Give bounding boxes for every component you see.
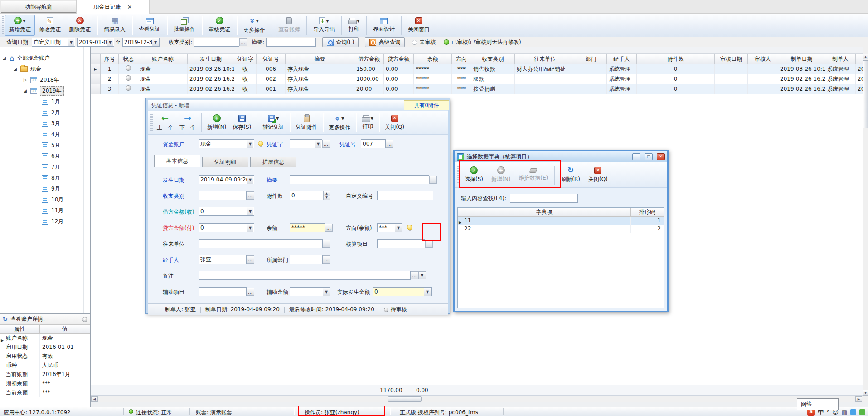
- chevron-down-icon[interactable]: ▼: [68, 38, 74, 46]
- view-voucher-button[interactable]: 查看凭证: [135, 15, 165, 36]
- chevron-down-icon[interactable]: ▼: [370, 116, 373, 121]
- actual-amount-input[interactable]: 0▼: [373, 287, 432, 296]
- column-header-debit[interactable]: 借方金额: [354, 54, 384, 64]
- remark-input[interactable]: [199, 271, 411, 280]
- add-voucher-button[interactable]: +▼ 新增凭证: [5, 15, 35, 36]
- tab-cash-journal[interactable]: 现金日记账 ✕: [76, 0, 150, 14]
- chevron-down-icon[interactable]: ▼: [152, 38, 159, 46]
- tab-function-navigation[interactable]: 功能导航窗: [1, 1, 76, 13]
- voucher-dialog-titlebar[interactable]: 凭证信息 - 新增 ✕: [148, 100, 448, 111]
- date-mode-select[interactable]: 自定义日期▼: [32, 38, 75, 47]
- accounting-item-input[interactable]: [377, 239, 425, 248]
- property-row[interactable]: 启用日期2016-01-01: [0, 343, 90, 352]
- table-row-3[interactable]: 3现金2019-02-26 16:20收001存入现金20.000.00****…: [91, 84, 863, 94]
- aux-amount-input[interactable]: ▼: [290, 287, 330, 296]
- column-header-seq[interactable]: 序号: [101, 54, 119, 64]
- new-button[interactable]: + 新增(N): [204, 112, 229, 134]
- expander-icon[interactable]: ◢: [13, 67, 18, 71]
- column-header-direction[interactable]: 方向: [452, 54, 471, 64]
- column-header-attachments[interactable]: 附件数: [637, 54, 715, 64]
- table-row-1[interactable]: ▶1现金2019-03-26 10:10收006存入现金150.000.00**…: [91, 64, 863, 74]
- search-button[interactable]: 查询(F): [322, 37, 359, 47]
- expander-icon[interactable]: ◢: [23, 88, 28, 93]
- chevron-down-icon[interactable]: ▼: [23, 19, 26, 23]
- date-input[interactable]: 2019-04-09 09:20▼: [199, 175, 254, 184]
- handler-lookup-button[interactable]: …: [247, 255, 254, 264]
- table-row-2[interactable]: 2现金2019-02-26 16:20收002存入现金1000.000.00**…: [91, 74, 863, 84]
- tree-item-month-6月[interactable]: 6月: [0, 151, 90, 162]
- counterparty-input[interactable]: [199, 239, 323, 248]
- tree-item-month-12月[interactable]: 12月: [0, 216, 90, 227]
- voucher-word-select[interactable]: ▼: [290, 139, 322, 148]
- batch-operation-button[interactable]: 批量操作: [170, 15, 199, 36]
- quick-entry-button[interactable]: 简易录入: [100, 15, 130, 36]
- tree-item-month-1月[interactable]: 1月: [0, 96, 90, 107]
- delete-voucher-button[interactable]: ✕ 删除凭证: [65, 15, 95, 36]
- keyboard-icon[interactable]: ▦: [842, 409, 847, 416]
- chevron-down-icon[interactable]: ▼: [315, 140, 321, 148]
- chevron-down-icon[interactable]: ▼: [247, 224, 253, 232]
- chevron-down-icon[interactable]: ▼: [424, 288, 431, 296]
- scroll-up-icon[interactable]: ▲: [863, 54, 868, 59]
- minimize-icon[interactable]: —: [632, 153, 640, 160]
- print-button[interactable]: ▼ 打印: [344, 15, 364, 36]
- tree-item-month-3月[interactable]: 3月: [0, 118, 90, 129]
- tree-item-all-accounts[interactable]: ◢ 全部现金账户: [0, 53, 90, 64]
- close-window-button[interactable]: ✕ 关闭窗口: [404, 15, 434, 36]
- chevron-down-icon[interactable]: ▼: [107, 38, 113, 46]
- transfer-voucher-button[interactable]: ▼ 转记凭证: [259, 112, 287, 134]
- direction-select[interactable]: ***▼: [377, 223, 402, 232]
- chevron-down-icon[interactable]: ▼: [276, 116, 279, 121]
- category-input[interactable]: [199, 191, 247, 200]
- date-from-input[interactable]: 2019-01-01▼: [77, 38, 114, 47]
- property-row[interactable]: 账户名称现金: [0, 334, 90, 343]
- aux-item-lookup-button[interactable]: …: [247, 288, 254, 296]
- print-button[interactable]: ▼ 打印: [359, 112, 377, 134]
- column-header-auditor[interactable]: 审核人: [748, 54, 778, 64]
- tab-close-icon[interactable]: ✕: [127, 4, 132, 10]
- scroll-down-icon[interactable]: ▼: [863, 390, 868, 396]
- voucher-word-lookup-button[interactable]: …: [322, 140, 330, 148]
- tree-item-month-2月[interactable]: 2月: [0, 107, 90, 118]
- column-header-account[interactable]: 账户名称: [138, 54, 188, 64]
- chevron-down-icon[interactable]: ▼: [247, 140, 253, 148]
- tree-item-month-11月[interactable]: 11月: [0, 205, 90, 216]
- remark-lookup-button[interactable]: …: [411, 271, 418, 279]
- tray-app-icon[interactable]: [859, 409, 865, 415]
- date-to-input[interactable]: 2019-12-31▼: [122, 38, 160, 47]
- column-header-modified[interactable]: 最后修改时间: [856, 54, 863, 64]
- chevron-down-icon[interactable]: ▼: [357, 19, 360, 23]
- refresh-button[interactable]: 刷新(R): [557, 164, 584, 186]
- credit-input[interactable]: 0▼: [199, 223, 254, 232]
- chevron-down-icon[interactable]: ▼: [395, 224, 402, 232]
- category-lookup-button[interactable]: …: [239, 38, 247, 46]
- property-row[interactable]: 期初余额***: [0, 379, 90, 388]
- tree-item-month-8月[interactable]: 8月: [0, 172, 90, 183]
- column-header-audit_date[interactable]: 审核日期: [715, 54, 748, 64]
- voucher-attachment-button[interactable]: 凭证附件: [292, 112, 320, 134]
- column-header-category[interactable]: 收支类别: [471, 54, 515, 64]
- audit-voucher-button[interactable]: ✓ 审核凭证: [204, 15, 234, 36]
- summary-input[interactable]: [266, 38, 316, 47]
- department-lookup-button[interactable]: …: [323, 255, 330, 264]
- tree-item-year-2018[interactable]: ▷ 2018年: [0, 74, 90, 85]
- expander-icon[interactable]: ▷: [23, 78, 28, 82]
- property-row[interactable]: 币种人民币: [0, 361, 90, 370]
- tab-voucher-detail[interactable]: 凭证明细: [202, 157, 248, 167]
- handler-input[interactable]: 张亚: [199, 255, 247, 264]
- previous-button[interactable]: 上一个: [154, 112, 176, 134]
- chevron-down-icon[interactable]: ▼: [323, 288, 330, 296]
- summary-lookup-button[interactable]: …: [429, 176, 437, 184]
- column-header-date[interactable]: 发生日期: [188, 54, 234, 64]
- custom-no-input[interactable]: [377, 191, 433, 200]
- tab-basic-info[interactable]: 基本信息: [154, 155, 200, 167]
- voucher-number-input[interactable]: 007: [361, 139, 386, 148]
- column-header-voucher_word[interactable]: 凭证字: [234, 54, 257, 64]
- more-operations-button[interactable]: ▼ 更多操作: [239, 15, 269, 36]
- account-select[interactable]: 现金▼: [199, 139, 254, 148]
- advanced-search-button[interactable]: 高级查询: [365, 37, 405, 47]
- tree-item-month-4月[interactable]: 4月: [0, 129, 90, 140]
- chevron-down-icon[interactable]: ▼: [247, 176, 253, 184]
- column-header-voucher_no[interactable]: 凭证号: [257, 54, 286, 64]
- scroll-left-icon[interactable]: ◀: [91, 396, 98, 402]
